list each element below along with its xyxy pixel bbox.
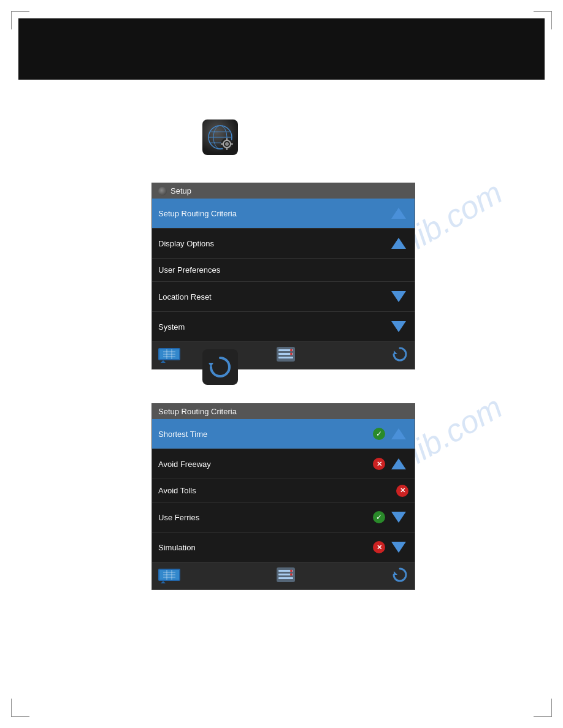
routing-item-tolls[interactable]: Avoid Tolls ✕ [152,479,415,502]
svg-point-38 [290,570,293,572]
routing-label-shortest: Shortest Time [158,430,207,439]
setup-icon[interactable] [202,119,238,155]
arrow-up-routing[interactable] [389,203,408,223]
corner-border-rb [551,699,552,717]
corner-border-rt [551,11,552,29]
svg-rect-12 [231,143,233,145]
menu-item-system[interactable]: System [152,312,415,342]
routing-label-freeway: Avoid Freeway [158,460,211,469]
status-x-simulation: ✕ [373,541,385,553]
arrow-up-icon [391,208,406,219]
arrow-down-icon-ferries [391,512,406,523]
menu-icon[interactable] [277,347,295,364]
menu-item-routing[interactable]: Setup Routing Criteria [152,199,415,229]
svg-rect-9 [226,138,228,140]
row-right-system [389,317,408,336]
row-right-shortest: ✓ [373,424,408,444]
arrow-down-icon-system [391,321,406,332]
menu-label-user: User Preferences [158,265,220,275]
routing-item-freeway[interactable]: Avoid Freeway ✕ [152,449,415,479]
menu-label-display: Display Options [158,239,214,248]
arrow-up-shortest[interactable] [389,424,408,444]
svg-rect-22 [278,357,293,358]
arrow-down-system[interactable] [389,317,408,336]
menu-label-location: Location Reset [158,292,212,301]
routing-item-ferries[interactable]: Use Ferries ✓ [152,502,415,533]
arrow-up-display[interactable] [389,233,408,253]
svg-point-39 [290,574,293,576]
menu-label-system: System [158,322,185,332]
row-right-freeway: ✕ [373,454,408,474]
svg-rect-37 [278,577,293,579]
setup-panel: Setup Setup Routing Criteria Display Opt… [151,183,415,370]
arrow-up-icon-shortest [391,428,406,439]
svg-rect-26 [202,349,238,385]
status-x-freeway: ✕ [373,458,385,470]
corner-border-br [534,716,552,717]
arrow-down-ferries[interactable] [389,507,408,527]
svg-point-8 [225,142,229,146]
arrow-up-icon-freeway [391,458,406,469]
corner-border-lb [11,699,12,717]
row-right-display [389,233,408,253]
arrow-up-freeway[interactable] [389,454,408,474]
arrow-down-simulation[interactable] [389,537,408,557]
map-icon[interactable] [158,346,180,365]
menu-label-routing: Setup Routing Criteria [158,209,237,218]
row-right-routing [389,203,408,223]
arrow-down-icon-location [391,291,406,302]
svg-marker-25 [394,351,397,354]
corner-border-tr [534,11,552,12]
row-right-tolls: ✕ [396,485,408,497]
refresh-icon[interactable] [391,346,408,365]
routing-panel: Setup Routing Criteria Shortest Time ✓ A… [151,403,415,590]
routing-title-text: Setup Routing Criteria [158,407,237,416]
routing-label-tolls: Avoid Tolls [158,486,196,495]
setup-title-icon [158,187,167,195]
setup-panel-toolbar [152,342,415,369]
row-right-ferries: ✓ [373,507,408,527]
svg-marker-40 [394,571,397,575]
routing-label-simulation: Simulation [158,543,196,552]
routing-item-shortest[interactable]: Shortest Time ✓ [152,419,415,449]
status-check-shortest: ✓ [373,428,385,440]
row-right-simulation: ✕ [373,537,408,557]
row-right-location [389,287,408,306]
arrow-down-icon-simulation [391,542,406,553]
refresh-icon-routing[interactable] [391,566,408,586]
corner-border-bl [11,716,29,717]
arrow-down-location[interactable] [389,287,408,306]
header-bar [18,18,545,80]
routing-panel-title: Setup Routing Criteria [152,404,415,419]
routing-item-simulation[interactable]: Simulation ✕ [152,533,415,563]
routing-label-ferries: Use Ferries [158,513,199,522]
status-x-tolls: ✕ [396,485,408,497]
arrow-up-icon-display [391,238,406,249]
status-check-ferries: ✓ [373,511,385,523]
setup-title-text: Setup [170,186,191,195]
svg-point-23 [290,349,293,352]
corner-border-lt [11,11,12,29]
menu-item-display[interactable]: Display Options [152,229,415,259]
setup-panel-title: Setup [152,183,415,199]
svg-rect-10 [226,148,228,150]
menu-item-user[interactable]: User Preferences [152,259,415,282]
menu-item-location[interactable]: Location Reset [152,282,415,312]
svg-rect-11 [221,143,223,145]
menu-icon-routing[interactable] [277,567,295,585]
svg-point-24 [290,353,293,355]
routing-panel-toolbar [152,563,415,590]
map-icon-routing[interactable] [158,566,180,586]
corner-border-tl [11,11,29,12]
back-icon[interactable] [202,349,238,385]
